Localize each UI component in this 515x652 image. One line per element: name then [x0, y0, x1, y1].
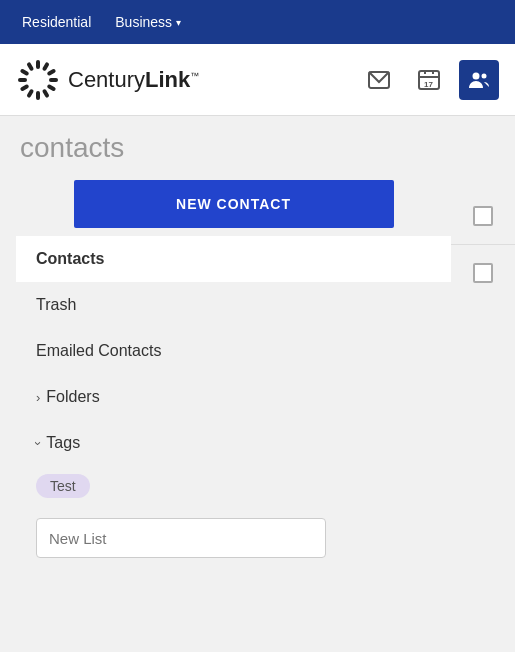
nav-item-emailed-contacts[interactable]: Emailed Contacts	[16, 328, 451, 374]
folders-section[interactable]: › Folders	[16, 374, 451, 420]
right-panel	[451, 180, 515, 301]
chevron-down-icon: ▾	[176, 17, 181, 28]
top-navigation: Residential Business ▾	[0, 0, 515, 44]
business-label: Business	[115, 14, 172, 30]
checkbox-row-2	[451, 245, 515, 301]
site-header: CenturyLink™ 17	[0, 44, 515, 116]
svg-point-18	[473, 72, 480, 79]
contacts-button[interactable]	[459, 60, 499, 100]
svg-rect-9	[18, 78, 27, 82]
tags-chips-area: Test	[16, 466, 451, 514]
page-title: contacts	[16, 132, 515, 164]
checkbox-row-1	[451, 188, 515, 244]
nav-business[interactable]: Business ▾	[105, 6, 191, 38]
emailed-contacts-nav-label: Emailed Contacts	[36, 342, 161, 360]
trash-nav-label: Trash	[36, 296, 76, 314]
svg-rect-5	[42, 88, 50, 98]
main-content: NEW CONTACT Contacts Trash Emailed Conta…	[16, 180, 515, 562]
contacts-icon	[467, 68, 491, 92]
residential-label: Residential	[22, 14, 91, 30]
svg-rect-1	[42, 61, 50, 71]
logo-tm: ™	[190, 70, 199, 80]
svg-rect-8	[20, 83, 30, 91]
svg-rect-10	[20, 68, 30, 76]
svg-rect-7	[26, 88, 34, 98]
tag-chip-test[interactable]: Test	[36, 474, 90, 498]
svg-rect-6	[36, 91, 40, 100]
contacts-nav-label: Contacts	[36, 250, 104, 268]
nav-item-contacts[interactable]: Contacts	[16, 236, 451, 282]
chevron-down-icon: ›	[31, 441, 46, 445]
header-icons: 17	[359, 60, 499, 100]
folders-label: Folders	[46, 388, 99, 406]
sidebar: NEW CONTACT Contacts Trash Emailed Conta…	[16, 180, 451, 562]
checkbox-1[interactable]	[473, 206, 493, 226]
tags-section[interactable]: › Tags	[16, 420, 451, 466]
calendar-icon: 17	[417, 68, 441, 92]
svg-rect-2	[47, 68, 57, 76]
nav-item-trash[interactable]: Trash	[16, 282, 451, 328]
mail-icon	[367, 68, 391, 92]
logo-century: Century	[68, 67, 145, 92]
mail-button[interactable]	[359, 60, 399, 100]
logo-link: Link	[145, 67, 190, 92]
checkbox-2[interactable]	[473, 263, 493, 283]
top-nav-links: Residential Business ▾	[12, 6, 191, 38]
chevron-right-icon: ›	[36, 390, 40, 405]
svg-rect-3	[49, 78, 58, 82]
tags-label: Tags	[46, 434, 80, 452]
new-list-input[interactable]	[36, 518, 326, 558]
nav-residential[interactable]: Residential	[12, 6, 101, 38]
logo-text: CenturyLink™	[68, 67, 199, 93]
svg-rect-4	[47, 83, 57, 91]
centurylink-logo-icon	[16, 58, 60, 102]
svg-rect-0	[36, 60, 40, 69]
svg-rect-11	[26, 61, 34, 71]
svg-text:17: 17	[424, 80, 433, 89]
svg-point-19	[482, 73, 487, 78]
logo-area: CenturyLink™	[16, 58, 359, 102]
page-area: contacts NEW CONTACT Contacts Trash Emai…	[0, 116, 515, 562]
calendar-button[interactable]: 17	[409, 60, 449, 100]
new-contact-button[interactable]: NEW CONTACT	[74, 180, 394, 228]
tag-chip-label: Test	[50, 478, 76, 494]
